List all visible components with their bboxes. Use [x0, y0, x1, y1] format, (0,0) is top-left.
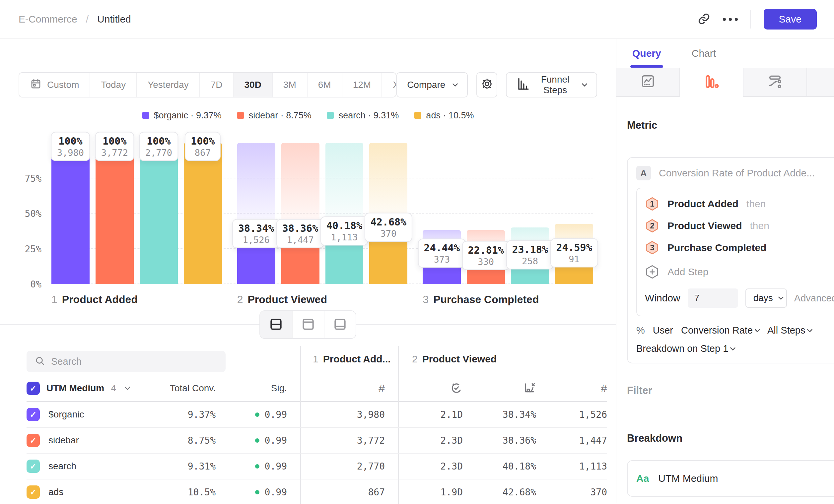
share-link-button[interactable] [698, 13, 710, 26]
query-step-3[interactable]: 3Purchase Completed [645, 240, 834, 255]
step-name: Purchase Completed [433, 294, 539, 306]
funnel-bar-organic[interactable]: 24.44%373 [423, 143, 461, 284]
bar-value-label: 100%3,772 [95, 132, 134, 161]
step1-count-column-header[interactable]: # [300, 375, 398, 402]
add-step-button[interactable]: Add Step [645, 265, 834, 279]
search-input[interactable] [51, 356, 218, 367]
report-type-funnels[interactable] [679, 68, 743, 97]
table-step2-header[interactable]: 2 Product Viewed [398, 346, 607, 375]
conv-rate-value: 40.18% [463, 454, 536, 479]
table-row-label[interactable]: ✓search [26, 454, 153, 479]
search-icon [35, 356, 45, 367]
chart-type-selector[interactable]: Funnel Steps [506, 72, 597, 97]
tab-chart[interactable]: Chart [692, 39, 716, 68]
funnel-bar-search[interactable]: 40.18%1,113 [325, 143, 364, 284]
row-name: ads [48, 487, 63, 497]
bar-value-label: 40.18%1,113 [321, 216, 368, 245]
date-range-30d[interactable]: 30D [233, 73, 272, 97]
tab-query[interactable]: Query [632, 39, 661, 68]
metric-title: Conversion Rate of Product Adde... [659, 167, 815, 179]
funnel-bar-ads[interactable]: 42.68%370 [369, 143, 408, 284]
legend-item-ads[interactable]: ads · 10.5% [414, 110, 474, 121]
date-range-7d[interactable]: 7D [199, 73, 233, 97]
bar-pct: 100% [57, 135, 84, 147]
avg-time-column-header[interactable] [398, 375, 463, 402]
legend-item-sidebar[interactable]: sidebar · 8.75% [237, 110, 311, 121]
funnel-bar-organic[interactable]: 100%3,980 [51, 143, 90, 284]
funnel-bar-search[interactable]: 23.18%258 [511, 143, 549, 284]
select-all-checkbox[interactable]: ✓ [26, 382, 40, 395]
query-step-1[interactable]: 1Product Addedthen [645, 196, 834, 211]
legend-label: search · 9.31% [339, 110, 399, 121]
conv-rate-column-header[interactable] [463, 375, 536, 402]
breakdown-on-select[interactable]: Breakdown on Step 1 [636, 343, 834, 354]
report-title[interactable]: Untitled [97, 14, 131, 25]
legend-item-search[interactable]: search · 9.31% [327, 110, 399, 121]
total-conv-column-header[interactable]: Total Conv. [153, 375, 216, 402]
step2-count-column-header[interactable]: # [536, 375, 607, 402]
compare-button[interactable]: Compare [396, 72, 468, 97]
report-type-flows[interactable] [743, 68, 807, 97]
measure-scope-select[interactable]: All Steps [767, 325, 812, 336]
bar-count: 2,770 [145, 147, 172, 158]
row-checkbox[interactable]: ✓ [26, 485, 40, 499]
date-range-today[interactable]: Today [90, 73, 136, 97]
bar-pct: 100% [191, 135, 215, 147]
breakdown-section-header: Breakdown [627, 432, 834, 445]
legend-item-organic[interactable]: $organic · 9.37% [142, 110, 222, 121]
legend-label: ads · 10.5% [426, 110, 474, 121]
date-range-xtd[interactable]: XTD [381, 73, 396, 97]
metric-name-row[interactable]: A Conversion Rate of Product Adde... [636, 166, 834, 180]
layout-table-only-button[interactable] [324, 311, 356, 338]
breadcrumb-project[interactable]: E-Commerce [19, 14, 77, 25]
report-type-insights[interactable] [616, 68, 679, 97]
funnel-bar-ads[interactable]: 100%867 [184, 143, 222, 284]
bar-value-label: 38.34%1,526 [232, 219, 280, 248]
significance-dot [255, 490, 259, 495]
funnel-bar-search[interactable]: 100%2,770 [140, 143, 178, 284]
string-property-icon: Aa [636, 473, 649, 484]
funnel-bar-sidebar[interactable]: 100%3,772 [95, 143, 134, 284]
funnel-bar-organic[interactable]: 38.34%1,526 [237, 143, 275, 284]
measure-entity[interactable]: User [653, 325, 673, 336]
row-checkbox[interactable]: ✓ [26, 408, 40, 421]
date-range-12m[interactable]: 12M [342, 73, 381, 97]
sig-column-header[interactable]: Sig. [216, 375, 300, 402]
chart-settings-button[interactable] [476, 72, 497, 97]
table-row-label[interactable]: ✓sidebar [26, 428, 153, 454]
advanced-toggle[interactable]: Advanced [794, 293, 834, 304]
breakdown-item-utm-medium[interactable]: Aa UTM Medium [627, 460, 834, 497]
y-axis-tick: 0% [30, 279, 42, 290]
bar-solid [140, 143, 178, 284]
date-range-yesterday[interactable]: Yesterday [136, 73, 199, 97]
measure-metric-select[interactable]: Conversion Rate [681, 325, 759, 336]
window-value-input[interactable] [688, 289, 738, 308]
breadcrumb-separator: / [86, 14, 89, 25]
funnel-step-group-2: 38.34%1,52638.36%1,44740.18%1,11342.68%3… [237, 143, 408, 284]
step-hexagon-badge: 3 [645, 240, 659, 255]
window-unit-select[interactable]: days [745, 289, 787, 308]
layout-split-button[interactable] [260, 311, 292, 338]
more-actions-button[interactable] [723, 18, 738, 21]
funnel-bar-sidebar[interactable]: 38.36%1,447 [281, 143, 320, 284]
step2-count-value: 370 [536, 479, 607, 504]
layout-chart-only-button[interactable] [292, 311, 324, 338]
save-button[interactable]: Save [764, 9, 817, 29]
group-column-header[interactable]: ✓ UTM Medium 4 [26, 375, 153, 402]
funnel-bar-sidebar[interactable]: 22.81%330 [467, 143, 505, 284]
table-row-label[interactable]: ✓$organic [26, 402, 153, 428]
report-content: CustomTodayYesterday7D30D3M6M12MXTD Comp… [0, 39, 616, 503]
report-type-retention[interactable] [807, 68, 834, 97]
date-range-custom[interactable]: Custom [19, 73, 90, 97]
query-step-2[interactable]: 2Product Viewedthen [645, 218, 834, 233]
table-step1-header[interactable]: 1 Product Add... [300, 346, 398, 375]
date-range-6m[interactable]: 6M [307, 73, 342, 97]
breadcrumb: E-Commerce / Untitled [19, 14, 131, 25]
funnel-bar-ads[interactable]: 24.59%91 [555, 143, 593, 284]
date-range-3m[interactable]: 3M [272, 73, 307, 97]
table-row-label[interactable]: ✓ads [26, 479, 153, 504]
bar-value-label: 100%3,980 [51, 132, 90, 161]
row-checkbox[interactable]: ✓ [26, 460, 40, 473]
conv-rate-value: 38.36% [463, 428, 536, 454]
row-checkbox[interactable]: ✓ [26, 434, 40, 447]
